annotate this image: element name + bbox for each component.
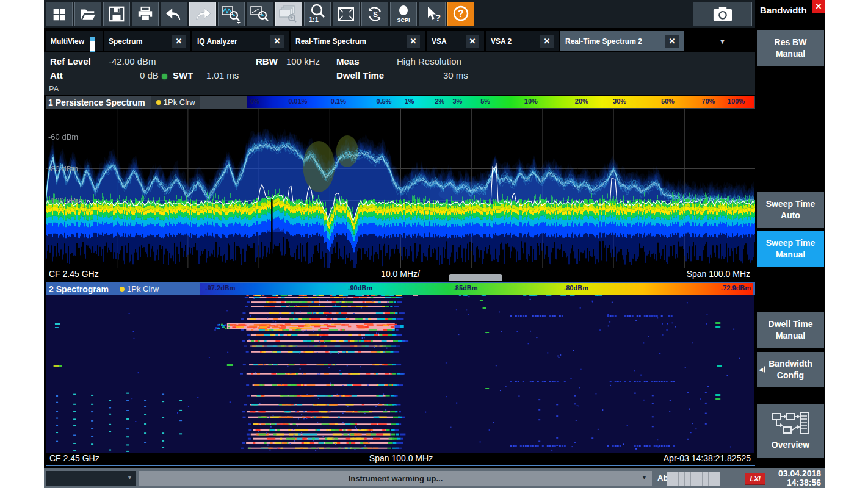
- windows-home-button[interactable]: [46, 2, 73, 26]
- att-label: Att: [50, 70, 63, 81]
- window-splitter-handle[interactable]: [449, 274, 502, 281]
- svg-text:SCPI: SCPI: [397, 17, 410, 23]
- scale-label: -80dBm: [564, 284, 588, 292]
- persistence-spectrum-window[interactable]: 1 Persistence Spectrum 1Pk Clrw 0% 0.01%…: [46, 96, 755, 280]
- close-tab-icon[interactable]: ✕: [665, 35, 679, 48]
- help-button[interactable]: ?: [447, 2, 474, 26]
- undo-button[interactable]: [161, 2, 187, 26]
- multiview-grid-icon: [90, 37, 98, 46]
- softkey-label: Overview: [757, 439, 824, 451]
- center-frequency-label[interactable]: CF 2.45 GHz: [49, 453, 99, 463]
- meas-value[interactable]: High Resolution: [397, 56, 461, 66]
- close-tab-icon[interactable]: ✕: [540, 35, 554, 48]
- persistence-plot[interactable]: -60 dBm -80 dBm -100 dBm: [46, 109, 755, 268]
- tab-overflow-dropdown-icon[interactable]: ▼: [719, 38, 726, 45]
- softkey-bandwidth-config[interactable]: ◀ Bandwidth Config: [757, 352, 824, 387]
- dropdown-caret-icon: ▼: [642, 475, 647, 481]
- sequencer-refresh-icon: S: [365, 5, 385, 23]
- scale-label: 3%: [452, 98, 462, 105]
- zoom-selection-button[interactable]: [247, 2, 273, 26]
- status-led-icon: [162, 74, 167, 79]
- display-frame-button[interactable]: [333, 2, 360, 26]
- tab-real-time-spectrum-2[interactable]: Real-Time Spectrum 2 ✕: [560, 31, 684, 51]
- close-tab-icon[interactable]: ✕: [466, 35, 479, 48]
- message-filter-dropdown[interactable]: ▼: [46, 471, 136, 486]
- tab-multiview[interactable]: MultiView: [46, 31, 103, 51]
- svg-text:?: ?: [435, 12, 441, 23]
- window1-titlebar[interactable]: 1 Persistence Spectrum 1Pk Clrw 0% 0.01%…: [46, 96, 755, 109]
- scpi-icon: SCPI: [394, 4, 413, 24]
- spectrogram-canvas[interactable]: [46, 295, 754, 453]
- system-message-text: Instrument warming up...: [349, 474, 443, 483]
- system-message-dropdown[interactable]: Instrument warming up... ▼: [139, 471, 652, 486]
- softkey-sweep-time-manual[interactable]: Sweep Time Manual: [757, 231, 824, 267]
- trace-info[interactable]: 1Pk Clrw: [115, 282, 164, 295]
- per-division-label: 10.0 MHz/: [381, 269, 420, 279]
- scale-label: 0%: [250, 98, 259, 105]
- y-axis-label: -80 dBm: [48, 164, 78, 173]
- screenshot-button[interactable]: [693, 2, 752, 26]
- redo-arrow-icon: [193, 5, 212, 23]
- close-tab-icon[interactable]: ✕: [407, 35, 420, 48]
- spectrogram-window[interactable]: 2 Spectrogram 1Pk Clrw -97.2dBm -90dBm -…: [46, 282, 756, 466]
- swt-label: SWT: [173, 70, 193, 81]
- trace-label: 1Pk Clrw: [127, 284, 159, 293]
- tab-spectrum[interactable]: Spectrum ✕: [104, 31, 190, 51]
- att-value[interactable]: 0 dB: [140, 70, 159, 81]
- persistence-color-scale: 0% 0.01% 0.1% 0.5% 1% 2% 3% 5% 10% 20% 3…: [247, 96, 754, 108]
- zoom-graphical-button[interactable]: [218, 2, 245, 26]
- rbw-label: RBW: [256, 56, 278, 66]
- scale-label: 0.5%: [377, 98, 392, 105]
- center-frequency-label[interactable]: CF 2.45 GHz: [49, 269, 99, 279]
- tab-iq-analyzer[interactable]: IQ Analyzer ✕: [192, 31, 289, 51]
- persistence-canvas[interactable]: [46, 109, 755, 268]
- window2-titlebar[interactable]: 2 Spectrogram 1Pk Clrw -97.2dBm -90dBm -…: [46, 282, 756, 295]
- scale-label: -85dBm: [453, 284, 477, 292]
- window1-footer: CF 2.45 GHz 10.0 MHz/ Span 100.0 MHz: [46, 268, 755, 280]
- scale-label: 10%: [524, 98, 538, 105]
- tab-real-time-spectrum[interactable]: Real-Time Spectrum ✕: [291, 31, 425, 51]
- open-folder-icon: [79, 5, 97, 23]
- softkey-label: Manual: [757, 48, 824, 60]
- rbw-value[interactable]: 100 kHz: [286, 56, 320, 66]
- softkey-dwell-time-manual[interactable]: Dwell Time Manual: [757, 312, 824, 348]
- scpi-recorder-button[interactable]: SCPI: [390, 2, 417, 26]
- windows-icon: [50, 5, 68, 23]
- print-icon: [136, 5, 154, 23]
- tab-label: Spectrum: [109, 37, 142, 46]
- spectrogram-plot[interactable]: [46, 295, 756, 453]
- close-softkey-menu-button[interactable]: ✕: [812, 0, 825, 13]
- tab-label: IQ Analyzer: [197, 37, 237, 46]
- span-label[interactable]: Span 100.0 MHz: [687, 269, 750, 279]
- close-tab-icon[interactable]: ✕: [172, 35, 186, 48]
- softkey-sweep-time-auto[interactable]: Sweep Time Auto: [757, 192, 824, 228]
- tab-vsa[interactable]: VSA ✕: [427, 31, 484, 51]
- preamp-label: PA: [49, 84, 59, 93]
- save-button[interactable]: [103, 2, 130, 26]
- measurement-infobar: Ref Level -42.00 dBm RBW 100 kHz Meas Hi…: [44, 52, 755, 95]
- dwell-time-value[interactable]: 30 ms: [443, 70, 468, 81]
- window2-title: 2 Spectrogram: [46, 284, 109, 294]
- ref-level-value[interactable]: -42.00 dBm: [109, 56, 156, 66]
- sequencer-button[interactable]: S: [361, 2, 388, 26]
- y-axis-label: -100 dBm: [48, 196, 82, 205]
- swt-value[interactable]: 1.01 ms: [206, 70, 239, 81]
- close-tab-icon[interactable]: ✕: [270, 35, 284, 48]
- softkey-overview[interactable]: Overview: [757, 404, 824, 458]
- channel-tabbar: MultiView Spectrum ✕ IQ Analyzer ✕ Real-…: [44, 29, 755, 52]
- softkey-res-bw-manual[interactable]: Res BW Manual: [757, 30, 824, 66]
- span-label[interactable]: Span 100.0 MHz: [369, 453, 433, 463]
- context-help-button[interactable]: ?: [419, 2, 446, 26]
- trace-marker-icon: [120, 287, 125, 292]
- open-file-button[interactable]: [74, 2, 101, 26]
- ref-level-label: Ref Level: [50, 56, 91, 66]
- scale-label: 2%: [435, 98, 444, 105]
- redo-button[interactable]: [189, 2, 216, 26]
- frame-icon: [336, 5, 356, 23]
- zoom-1to1-button[interactable]: 1:1: [304, 2, 331, 26]
- tab-vsa-2[interactable]: VSA 2 ✕: [486, 31, 559, 51]
- measurement-progress-bar: [667, 472, 720, 486]
- trace-info[interactable]: 1Pk Clrw: [151, 96, 200, 109]
- print-button[interactable]: [132, 2, 159, 26]
- multi-window-zoom-button[interactable]: [275, 2, 302, 26]
